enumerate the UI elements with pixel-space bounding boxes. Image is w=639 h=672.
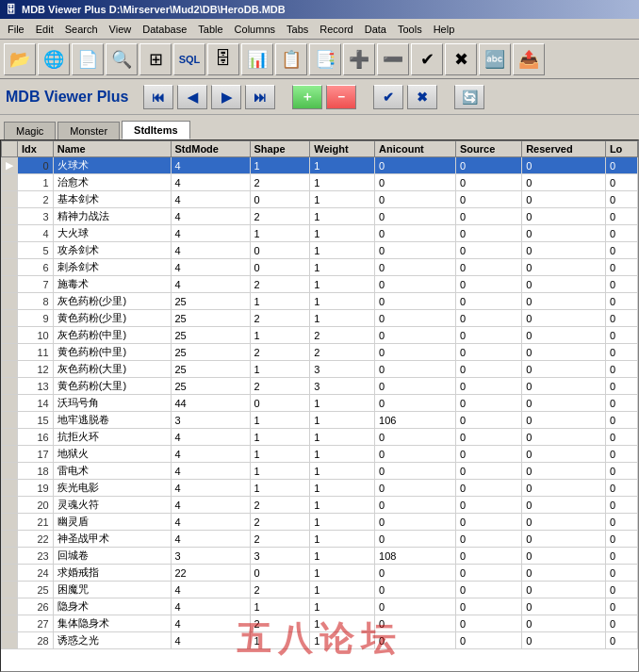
cell-source: 0 [456,531,522,548]
tab-stditems[interactable]: StdItems [122,121,189,139]
nav-delete-btn[interactable]: － [326,85,356,109]
table-row[interactable]: 2基本剑术4010000 [2,191,638,208]
tab-magic[interactable]: Magic [4,122,56,139]
table-row[interactable]: 17地狱火4110000 [2,446,638,463]
cell-name: 困魔咒 [53,582,171,598]
table-row[interactable]: 20灵魂火符4210000 [2,497,638,514]
menu-item-search[interactable]: Search [59,22,104,37]
col-header-shape[interactable]: Shape [250,141,310,157]
table-row[interactable]: 21幽灵盾4210000 [2,514,638,531]
open-folder-btn[interactable]: 📂 [4,43,36,75]
col-header-idx[interactable]: Idx [18,141,54,157]
row-indicator [2,514,18,531]
search-btn[interactable]: 🔍 [106,43,138,75]
menu-item-view[interactable]: View [104,22,138,37]
table-row[interactable]: 5攻杀剑术4010000 [2,242,638,259]
table-row[interactable]: 14沃玛号角44010000 [2,395,638,412]
nav-next-btn[interactable]: ▶ [211,85,241,109]
table-row[interactable]: 9黄色药粉(少里)25210000 [2,310,638,327]
cell-name: 诱惑之光 [53,632,171,649]
table-row[interactable]: 26隐身术4110000 [2,598,638,615]
col-header-lo[interactable]: Lo [605,141,637,157]
table-row[interactable]: 23回城卷331108000 [2,548,638,565]
cell-lo: 0 [605,497,637,514]
refresh-btn[interactable]: 🌐 [38,43,70,75]
col-header-source[interactable]: Source [456,141,522,157]
menu-item-help[interactable]: Help [428,22,461,37]
cell-lo: 0 [605,395,637,412]
cell-name: 回城卷 [53,548,171,565]
menu-item-record[interactable]: Record [314,22,358,37]
sort-btn[interactable]: 🔤 [479,43,511,75]
menu-item-tools[interactable]: Tools [392,22,428,37]
file-btn[interactable]: 📄 [72,43,104,75]
table-row[interactable]: 19疾光电影4110000 [2,480,638,497]
table-row[interactable]: 12灰色药粉(大里)25130000 [2,361,638,378]
table-row[interactable]: 16抗拒火环4110000 [2,429,638,446]
table-row[interactable]: 3精神力战法4210000 [2,208,638,225]
table2-btn[interactable]: 📋 [275,43,307,75]
table-row[interactable]: 1治愈术4210000 [2,174,638,191]
table-row[interactable]: 7施毒术4210000 [2,276,638,293]
table-row[interactable]: 27集体隐身术4210000 [2,615,638,632]
table-row[interactable]: 4大火球4110000 [2,225,638,242]
row-indicator [2,378,18,395]
menu-item-edit[interactable]: Edit [30,22,59,37]
menu-item-data[interactable]: Data [359,22,392,37]
table-row[interactable]: 28诱惑之光4110000 [2,632,638,649]
table-row[interactable]: 8灰色药粉(少里)25110000 [2,293,638,310]
table-row[interactable]: ▶0火球术4110000 [2,157,638,174]
nav-last-btn[interactable]: ⏭ [245,85,275,109]
table-row[interactable]: 6刺杀剑术4010000 [2,259,638,276]
grid-btn[interactable]: ⊞ [139,43,172,75]
table-row[interactable]: 22神圣战甲术4210000 [2,531,638,548]
menu-item-columns[interactable]: Columns [229,22,281,37]
col-header-name[interactable]: Name [53,141,171,157]
cell-stdmode: 4 [171,276,250,293]
cell-source: 0 [456,497,522,514]
cell-weight: 3 [310,378,375,395]
table-row[interactable]: 15地牢逃脱卷311106000 [2,412,638,429]
del-col-btn[interactable]: ➖ [377,43,409,75]
nav-cancel-btn[interactable]: ✖ [407,85,437,109]
table-row[interactable]: 18雷电术4110000 [2,463,638,480]
cell-weight: 1 [310,531,375,548]
table-row[interactable]: 25困魔咒4210000 [2,582,638,598]
cell-reserved: 0 [522,344,606,361]
cell-weight: 1 [310,310,375,327]
table-row[interactable]: 24求婚戒指22010000 [2,565,638,582]
nav-ok-btn[interactable]: ✔ [373,85,403,109]
cell-lo: 0 [605,361,637,378]
col-header-weight[interactable]: Weight [310,141,375,157]
table-btn[interactable]: 📊 [241,43,273,75]
export-btn[interactable]: 📤 [513,43,545,75]
table-row[interactable]: 11黄色药粉(中里)25220000 [2,344,638,361]
cell-anicount: 0 [375,531,456,548]
menu-item-file[interactable]: File [2,22,30,37]
table-row[interactable]: 13黄色药粉(大里)25230000 [2,378,638,395]
nav-add-btn[interactable]: ＋ [292,85,322,109]
cross-btn[interactable]: ✖ [445,43,477,75]
col-header-stdmode[interactable]: StdMode [171,141,250,157]
col-header-reserved[interactable]: Reserved [522,141,606,157]
cell-reserved: 0 [522,429,606,446]
cell-shape: 0 [250,565,310,582]
cell-reserved: 0 [522,446,606,463]
sql-btn[interactable]: SQL [173,43,205,75]
menu-item-database[interactable]: Database [137,22,192,37]
table3-btn[interactable]: 📑 [309,43,341,75]
table-row[interactable]: 10灰色药粉(中里)25120000 [2,327,638,344]
col-header-anicount[interactable]: Anicount [375,141,456,157]
cell-anicount: 0 [375,378,456,395]
check-btn[interactable]: ✔ [411,43,443,75]
add-col-btn[interactable]: ➕ [343,43,375,75]
menu-item-tabs[interactable]: Tabs [281,22,314,37]
cell-lo: 0 [605,174,637,191]
nav-prev-btn[interactable]: ◀ [177,85,207,109]
table-container[interactable]: IdxNameStdModeShapeWeightAnicountSourceR… [0,139,639,672]
nav-refresh-btn[interactable]: 🔄 [454,85,484,109]
nav-first-btn[interactable]: ⏮ [143,85,173,109]
menu-item-table[interactable]: Table [192,22,228,37]
tab-monster[interactable]: Monster [57,122,120,139]
db-btn[interactable]: 🗄 [207,43,239,75]
